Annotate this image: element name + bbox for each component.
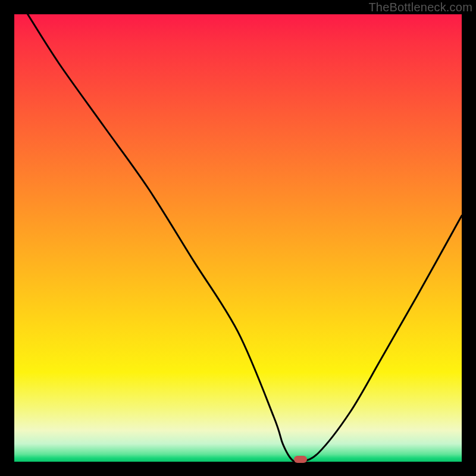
plot-area <box>14 14 462 462</box>
watermark-text: TheBottleneck.com <box>368 1 472 14</box>
optimal-marker <box>294 456 307 463</box>
heat-gradient <box>14 14 462 462</box>
chart-frame: TheBottleneck.com <box>0 0 476 476</box>
